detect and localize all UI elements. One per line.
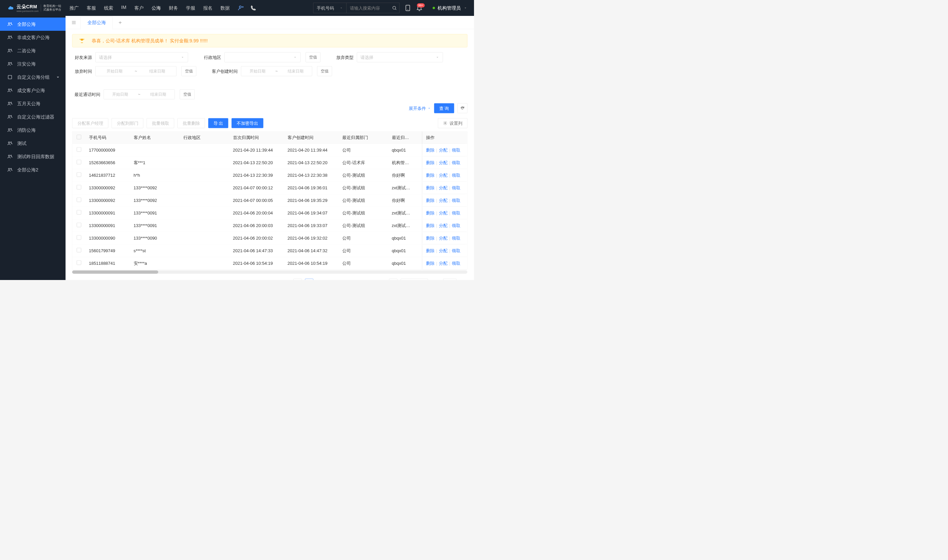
row-delete-link[interactable]: 删除: [426, 185, 435, 191]
select-all-checkbox[interactable]: [77, 135, 82, 139]
row-assign-link[interactable]: 分配: [439, 223, 448, 229]
table-row[interactable]: 13300000091133****00912021-04-06 20:00:0…: [72, 207, 467, 219]
page-5[interactable]: 5: [349, 278, 359, 280]
phone-icon[interactable]: [251, 5, 257, 11]
batch-delete-button[interactable]: 批量删除: [177, 118, 205, 128]
abandon-null-button[interactable]: 空值: [182, 66, 196, 76]
search-button[interactable]: [389, 3, 400, 13]
next-page-button[interactable]: [389, 278, 397, 280]
filter-abandon-date[interactable]: 开始日期~结束日期: [95, 66, 176, 76]
last-page-button[interactable]: 6882: [369, 278, 386, 280]
row-delete-link[interactable]: 删除: [426, 248, 435, 254]
batch-take-button[interactable]: 批量领取: [147, 118, 174, 128]
assign-manager-button[interactable]: 分配客户经理: [72, 118, 108, 128]
table-row[interactable]: 13300000090133****00902021-04-06 20:00:0…: [72, 232, 467, 245]
row-assign-link[interactable]: 分配: [439, 235, 448, 241]
row-checkbox[interactable]: [77, 185, 82, 190]
sidebar-item-11[interactable]: 全部公海2: [0, 163, 66, 176]
sidebar-item-5[interactable]: 成交客户公海: [0, 84, 66, 97]
device-icon[interactable]: [405, 5, 411, 11]
nav-item-8[interactable]: 报名: [203, 5, 212, 11]
table-row[interactable]: 13300000092133****00922021-04-07 00:00:0…: [72, 194, 467, 207]
page-1[interactable]: 1: [305, 278, 313, 280]
row-assign-link[interactable]: 分配: [439, 198, 448, 203]
filter-call-date[interactable]: 开始日期~结束日期: [104, 89, 175, 99]
user-menu[interactable]: 机构管理员: [432, 5, 467, 11]
row-assign-link[interactable]: 分配: [439, 185, 448, 191]
row-checkbox[interactable]: [77, 248, 82, 252]
sidebar-item-1[interactable]: 非成交客户公海: [0, 31, 66, 44]
sidebar-item-3[interactable]: 注安公海: [0, 57, 66, 71]
prev-page-button[interactable]: [293, 278, 302, 280]
sidebar-item-2[interactable]: 二咨公海: [0, 44, 66, 57]
row-delete-link[interactable]: 删除: [426, 235, 435, 241]
nav-item-3[interactable]: IM: [121, 5, 126, 11]
table-row[interactable]: 13300000091133****00912021-04-06 20:00:0…: [72, 219, 467, 232]
row-assign-link[interactable]: 分配: [439, 172, 448, 178]
tab-add-button[interactable]: ＋: [117, 19, 123, 26]
filter-create-date[interactable]: 开始日期~结束日期: [241, 66, 312, 76]
nav-item-2[interactable]: 线索: [104, 5, 113, 11]
search-input[interactable]: [346, 3, 389, 13]
page-2[interactable]: 2: [315, 278, 325, 280]
row-delete-link[interactable]: 删除: [426, 160, 435, 166]
table-row[interactable]: 14621837712h*h2021-04-13 22:30:392021-04…: [72, 169, 467, 182]
nav-item-4[interactable]: 客户: [134, 5, 144, 11]
row-assign-link[interactable]: 分配: [439, 248, 448, 254]
sidebar-item-8[interactable]: 消防公海: [0, 123, 66, 137]
sidebar-item-0[interactable]: 全部公海: [0, 17, 66, 31]
row-take-link[interactable]: 领取: [452, 185, 460, 191]
export-plain-button[interactable]: 不加密导出: [232, 118, 263, 128]
row-assign-link[interactable]: 分配: [439, 260, 448, 266]
assign-dept-button[interactable]: 分配到部门: [112, 118, 143, 128]
row-checkbox[interactable]: [77, 260, 82, 265]
table-row[interactable]: 15601799749s****st2021-04-06 14:47:33202…: [72, 245, 467, 257]
user-add-icon[interactable]: [238, 5, 244, 11]
nav-item-6[interactable]: 财务: [169, 5, 178, 11]
row-take-link[interactable]: 领取: [452, 235, 460, 241]
row-delete-link[interactable]: 删除: [426, 223, 435, 229]
nav-item-7[interactable]: 学服: [186, 5, 195, 11]
sidebar-item-10[interactable]: 测试昨日回库数据: [0, 150, 66, 163]
call-null-button[interactable]: 空值: [180, 89, 195, 99]
row-checkbox[interactable]: [77, 235, 82, 240]
row-take-link[interactable]: 领取: [452, 260, 460, 266]
export-button[interactable]: 导 出: [208, 118, 228, 128]
row-take-link[interactable]: 领取: [452, 172, 460, 178]
nav-item-0[interactable]: 推广: [69, 5, 79, 11]
row-take-link[interactable]: 领取: [452, 147, 460, 153]
row-checkbox[interactable]: [77, 210, 82, 215]
scrollbar-thumb[interactable]: [72, 271, 158, 274]
table-row[interactable]: 15263663656客***12021-04-13 22:50:202021-…: [72, 157, 467, 169]
page-size-select[interactable]: 10 条/页: [400, 278, 428, 280]
nav-item-1[interactable]: 客服: [87, 5, 96, 11]
row-delete-link[interactable]: 删除: [426, 198, 435, 203]
row-checkbox[interactable]: [77, 160, 82, 165]
refresh-button[interactable]: [457, 103, 467, 113]
row-take-link[interactable]: 领取: [452, 248, 460, 254]
set-columns-button[interactable]: 设置列: [438, 118, 467, 128]
region-null-button[interactable]: 空值: [306, 52, 320, 62]
page-4[interactable]: 4: [338, 278, 347, 280]
table-row[interactable]: 18511888741安****a2021-04-06 10:54:192021…: [72, 257, 467, 270]
tabs-collapse-button[interactable]: [69, 17, 79, 28]
sidebar-item-9[interactable]: 测试: [0, 137, 66, 150]
create-null-button[interactable]: 空值: [317, 66, 332, 76]
filter-type-select[interactable]: 请选择: [357, 52, 443, 62]
row-checkbox[interactable]: [77, 198, 82, 202]
filter-region-select[interactable]: [225, 52, 300, 62]
sidebar-item-7[interactable]: 自定义公海过滤器: [0, 110, 66, 123]
row-take-link[interactable]: 领取: [452, 210, 460, 216]
row-take-link[interactable]: 领取: [452, 160, 460, 166]
sidebar-item-6[interactable]: 五月天公海: [0, 97, 66, 110]
page-3[interactable]: 3: [327, 278, 336, 280]
sidebar-item-4[interactable]: 自定义公海分组: [0, 71, 66, 84]
row-checkbox[interactable]: [77, 147, 82, 152]
table-horizontal-scrollbar[interactable]: [72, 271, 467, 274]
notification-icon[interactable]: 99+: [416, 5, 423, 11]
row-take-link[interactable]: 领取: [452, 223, 460, 229]
row-delete-link[interactable]: 删除: [426, 147, 435, 153]
row-delete-link[interactable]: 删除: [426, 172, 435, 178]
row-delete-link[interactable]: 删除: [426, 210, 435, 216]
row-assign-link[interactable]: 分配: [439, 160, 448, 166]
